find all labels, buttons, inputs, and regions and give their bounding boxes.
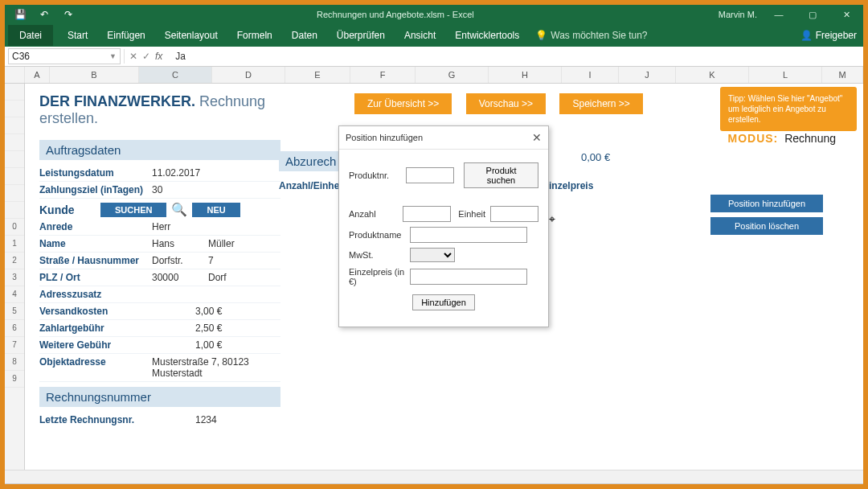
weitere-value[interactable]: 1,00 € [152, 339, 280, 351]
title-bar: 💾 ↶ ↷ Rechnungen und Angebote.xlsm - Exc… [5, 5, 863, 24]
plz-value[interactable]: 30000 [152, 272, 208, 283]
sheet-tabs: ◄ ► Übersicht Rechnung erstellen Kunden … [5, 483, 863, 489]
tab-daten[interactable]: Daten [282, 25, 327, 46]
tab-einfuegen[interactable]: Einfügen [97, 25, 154, 46]
dialog-position-hinzufuegen: Position hinzufügen ✕ Produktnr. Produkt… [338, 125, 549, 327]
formula-bar: C36 ▼ ✕ ✓ fx Ja [5, 47, 863, 67]
produkt-suchen-button[interactable]: Produkt suchen [464, 162, 538, 188]
einzelpreis-input[interactable] [410, 269, 527, 285]
ribbon: Datei Start Einfügen Seitenlayout Formel… [5, 24, 863, 47]
tab-entwicklertools[interactable]: Entwicklertools [445, 25, 529, 46]
zahlungsziel-value[interactable]: 30 [152, 184, 280, 195]
horizontal-scrollbar[interactable] [5, 470, 863, 483]
einheit-input[interactable] [490, 206, 538, 222]
objekt-value[interactable]: Musterstraße 7, 80123 Musterstadt [152, 356, 280, 379]
letzte-value[interactable]: 1234 [152, 414, 280, 425]
sheet-tab-vorschau[interactable]: Vorschau [414, 486, 472, 490]
hausnr-value[interactable]: 7 [208, 255, 280, 266]
anzahl-input[interactable] [403, 206, 451, 222]
section-rechnungsnummer: Rechnungsnummer [39, 387, 280, 407]
modus-value[interactable]: Rechnung [784, 132, 836, 145]
undo-icon[interactable]: ↶ [35, 7, 53, 22]
row-headers[interactable]: 0123456789 [5, 84, 25, 470]
formula-value[interactable]: Ja [167, 51, 186, 62]
nachname-value[interactable]: Müller [208, 238, 280, 249]
user-name[interactable]: Marvin M. [714, 10, 762, 19]
sheet-tab-rechnungen[interactable]: Rechnungen [247, 486, 317, 490]
ort-value[interactable]: Dorf [208, 272, 280, 283]
add-sheet-icon[interactable]: ⊕ [471, 486, 491, 490]
vorschau-button[interactable]: Vorschau >> [466, 93, 546, 114]
zur-uebersicht-button[interactable]: Zur Übersicht >> [354, 93, 452, 114]
sheet-tab-texte[interactable]: Texte [373, 486, 415, 490]
maximize-icon[interactable]: ▢ [796, 5, 829, 24]
zahlart-value[interactable]: 2,50 € [152, 323, 280, 334]
hinzufuegen-button[interactable]: Hinzufügen [412, 294, 475, 310]
anrede-value[interactable]: Herr [152, 221, 280, 232]
sheet-tab-uebersicht[interactable]: Übersicht [37, 486, 95, 490]
sheet-tab-produkte[interactable]: Produkte [317, 486, 374, 490]
bulb-icon: 💡 [535, 30, 547, 41]
accept-icon[interactable]: ✓ [142, 51, 150, 62]
strasse-value[interactable]: Dorfstr. [152, 255, 208, 266]
redo-icon[interactable]: ↷ [59, 7, 77, 22]
minimize-icon[interactable]: — [762, 5, 796, 24]
sheet-tab-kunden[interactable]: Kunden [197, 486, 248, 490]
cancel-icon[interactable]: ✕ [129, 51, 137, 62]
total-value: 0,00 € [581, 151, 610, 163]
position-loeschen-button[interactable]: Position löschen [710, 217, 823, 235]
share-button[interactable]: 👤Freigeber [800, 30, 863, 41]
tab-ansicht[interactable]: Ansicht [395, 25, 445, 46]
versand-value[interactable]: 3,00 € [152, 306, 280, 317]
fx-icon[interactable]: fx [155, 51, 162, 62]
mouse-cursor-icon: ⌖ [549, 212, 555, 226]
col-einzelpreis: Einzelpreis [542, 180, 593, 191]
position-hinzufuegen-button[interactable]: Position hinzufügen [710, 195, 823, 212]
chevron-down-icon[interactable]: ▼ [109, 52, 117, 60]
tab-seitenlayout[interactable]: Seitenlayout [155, 25, 227, 46]
window-title: Rechnungen und Angebote.xlsm - Excel [77, 10, 714, 19]
neu-button[interactable]: NEU [192, 203, 240, 217]
page-title: DER FINANZWERKER. Rechnung erstellen. [39, 93, 280, 127]
col-anzahl-einheit: Anzahl/Einhe [279, 180, 339, 191]
tell-me[interactable]: 💡Was möchten Sie tun? [535, 30, 647, 41]
adresszusatz-value[interactable] [152, 289, 280, 300]
suchen-button[interactable]: SUCHEN [100, 203, 166, 217]
column-headers[interactable]: A B C D E F G H I J K L M [5, 67, 863, 84]
tab-formeln[interactable]: Formeln [227, 25, 282, 46]
file-tab[interactable]: Datei [8, 25, 53, 46]
vorname-value[interactable]: Hans [152, 238, 208, 249]
search-icon[interactable]: 🔍 [171, 202, 187, 217]
sheet-tab-rechnung-erstellen[interactable]: Rechnung erstellen [94, 485, 197, 490]
speichern-button[interactable]: Speichern >> [559, 93, 642, 114]
modus: MODUS: Rechnung [728, 132, 837, 145]
save-icon[interactable]: 💾 [11, 7, 29, 22]
leistungsdatum-value[interactable]: 11.02.2017 [152, 167, 280, 179]
person-icon: 👤 [800, 30, 813, 41]
dialog-close-icon[interactable]: ✕ [532, 131, 542, 144]
close-icon[interactable]: ✕ [829, 5, 863, 24]
produktname-input[interactable] [410, 227, 527, 243]
produktnr-input[interactable] [406, 167, 454, 183]
name-box[interactable]: C36 ▼ [8, 48, 121, 64]
tip-bubble: Tipp: Wählen Sie hier "Angebot" um ledig… [720, 87, 857, 131]
section-auftragsdaten: Auftragsdaten [39, 140, 280, 160]
tab-start[interactable]: Start [58, 25, 97, 46]
dialog-title: Position hinzufügen [346, 133, 423, 142]
tab-ueberpruefen[interactable]: Überprüfen [327, 25, 395, 46]
mwst-select[interactable] [410, 248, 455, 262]
